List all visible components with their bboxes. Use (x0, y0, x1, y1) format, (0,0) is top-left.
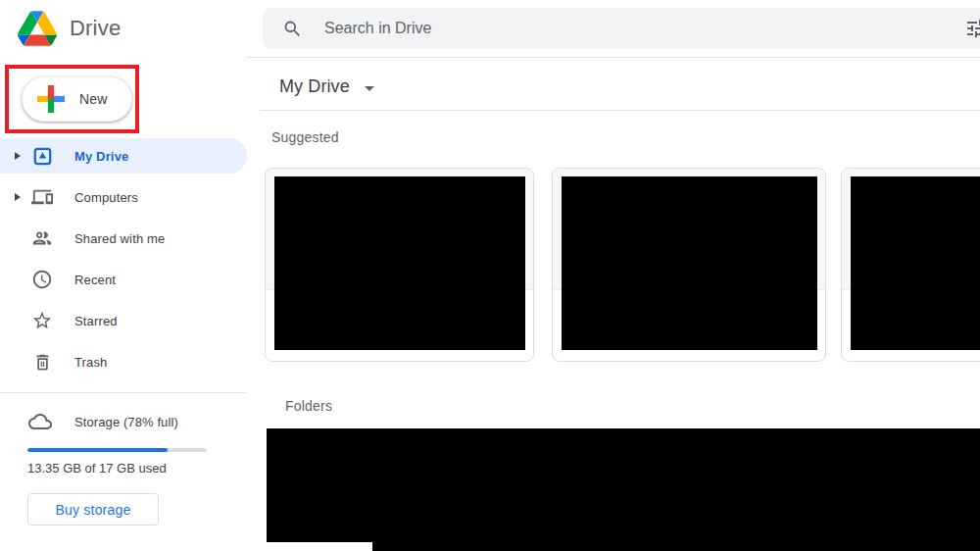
sidebar-item-my-drive[interactable]: My Drive (0, 138, 247, 174)
redacted-folders-area (267, 428, 980, 551)
storage-row: Storage (78% full) (28, 410, 178, 433)
storage-label: Storage (78% full) (74, 415, 178, 429)
sidebar-item-label: Computers (74, 190, 138, 205)
sidebar-item-label: Recent (74, 273, 116, 287)
search-input[interactable]: Search in Drive (263, 8, 980, 49)
sidebar-item-trash[interactable]: Trash (0, 344, 247, 379)
starred-icon (31, 310, 53, 331)
google-drive-window: Drive Search in Drive New M (0, 0, 980, 551)
sidebar: New My Drive Computers Shared with me (0, 57, 247, 551)
suggested-file-card[interactable] (841, 168, 980, 362)
computers-icon (31, 186, 53, 208)
drive-triangle-icon (18, 11, 57, 46)
my-drive-title-dropdown[interactable]: My Drive (279, 76, 374, 97)
trash-icon (31, 352, 53, 373)
search-placeholder: Search in Drive (324, 20, 431, 37)
redacted-thumbnail (851, 176, 980, 350)
suggested-file-card[interactable] (265, 168, 534, 362)
sidebar-item-starred[interactable]: Starred (0, 303, 247, 338)
storage-progress-fill (27, 448, 168, 452)
redaction-notch (267, 542, 372, 551)
sidebar-item-computers[interactable]: Computers (0, 179, 247, 215)
sidebar-item-shared-with-me[interactable]: Shared with me (0, 221, 247, 256)
new-button[interactable]: New (22, 76, 132, 122)
multicolor-plus-icon (37, 85, 65, 113)
chevron-down-icon (365, 86, 374, 91)
shared-with-me-icon (31, 227, 53, 249)
expand-arrow-icon[interactable] (10, 152, 25, 160)
page-title: My Drive (279, 76, 350, 97)
recent-icon (31, 269, 53, 290)
sidebar-item-recent[interactable]: Recent (0, 262, 247, 297)
sidebar-item-label: Shared with me (74, 231, 165, 246)
main-content: My Drive Suggested Folders (247, 57, 980, 551)
section-label-suggested: Suggested (271, 129, 339, 145)
new-button-label: New (79, 91, 108, 107)
section-label-folders: Folders (285, 398, 332, 414)
search-icon (282, 19, 303, 39)
storage-usage-text: 13.35 GB of 17 GB used (27, 461, 167, 476)
buy-storage-button[interactable]: Buy storage (27, 493, 159, 526)
search-options-tune-icon[interactable] (964, 17, 980, 40)
my-drive-icon (31, 146, 53, 167)
suggested-file-card[interactable] (552, 168, 826, 362)
redacted-thumbnail (274, 176, 525, 350)
cloud-icon (28, 410, 52, 433)
sidebar-item-label: My Drive (74, 149, 128, 164)
redacted-thumbnail (562, 176, 817, 350)
sidebar-divider (0, 392, 247, 393)
expand-arrow-icon[interactable] (10, 193, 25, 201)
drive-logo[interactable]: Drive (18, 9, 121, 48)
sidebar-item-label: Trash (74, 355, 108, 370)
storage-progress-bar (27, 448, 207, 452)
app-name: Drive (70, 16, 121, 41)
content-divider (260, 110, 980, 111)
sidebar-item-label: Starred (74, 314, 118, 328)
